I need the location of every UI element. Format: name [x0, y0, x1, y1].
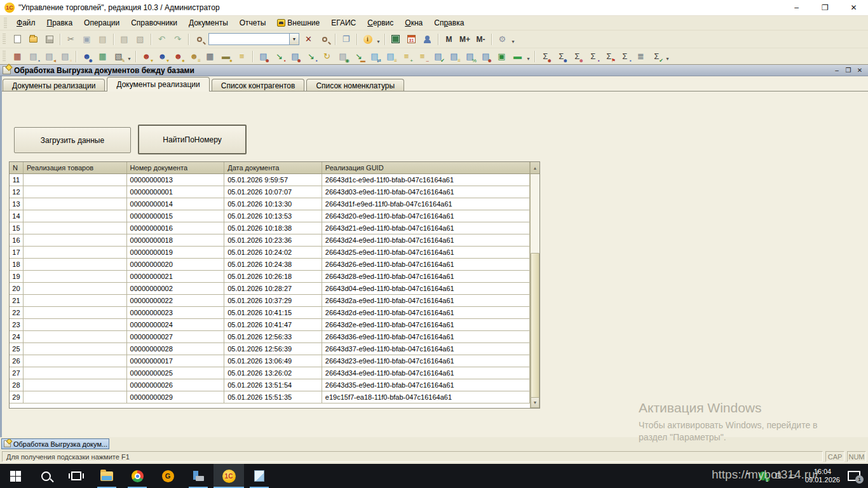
cash-register-icon[interactable]: ▧✎: [111, 50, 126, 64]
report-purchases-icon[interactable]: Σ☻: [554, 50, 569, 64]
child-restore-button[interactable]: ❐: [843, 66, 854, 75]
coins-stack-icon[interactable]: ≡: [234, 50, 249, 64]
buyer-order-icon[interactable]: ☻▾: [155, 50, 170, 64]
windows-icon[interactable]: ❐: [339, 32, 353, 46]
search-input[interactable]: [208, 33, 290, 45]
user-lock-icon[interactable]: [420, 32, 435, 46]
dropdown-arrow-icon[interactable]: ▼: [127, 57, 132, 61]
doc-manager-icon[interactable]: ▤☻: [478, 50, 493, 64]
taskbar-clock[interactable]: 16:04 09.01.2026: [805, 468, 840, 484]
table-row[interactable]: 280000000002605.01.2026 13:51:5426643d35…: [10, 379, 530, 391]
table-row[interactable]: 290000000002905.01.2026 15:51:35e19c15f7…: [10, 391, 530, 403]
report-universal-icon[interactable]: Σ✔: [649, 50, 664, 64]
doc-transfer-icon[interactable]: ▤⇄: [367, 50, 382, 64]
doc-search-icon[interactable]: ▤◉: [336, 50, 350, 64]
menu-внешние[interactable]: Внешние: [271, 17, 325, 29]
table-row[interactable]: 220000000002305.01.2026 10:41:1526643d2d…: [10, 307, 530, 319]
dropdown-arrow-icon[interactable]: ▼: [665, 57, 670, 61]
tab-3[interactable]: Список контрагентов: [212, 79, 305, 92]
bank-icon[interactable]: ▦: [203, 50, 217, 64]
child-minimize-button[interactable]: –: [831, 66, 843, 75]
table-row[interactable]: 260000000001705.01.2026 13:06:4926643d23…: [10, 355, 530, 367]
chrome-button[interactable]: [122, 464, 153, 488]
memory-mplus-icon[interactable]: M+: [458, 32, 472, 46]
notepad-button[interactable]: [244, 464, 275, 488]
structure-tree-icon[interactable]: ▣: [494, 50, 509, 64]
column-header[interactable]: Реализация GUID: [322, 162, 530, 173]
restore-button[interactable]: ❐: [811, 0, 839, 16]
open-folder-icon[interactable]: [26, 32, 41, 46]
doc-percent-icon[interactable]: ▤%: [463, 50, 477, 64]
find-icon[interactable]: [192, 32, 207, 46]
report-stock-icon[interactable]: Σ⚑: [602, 50, 616, 64]
menu-сервис[interactable]: Сервис: [362, 17, 399, 29]
table-row[interactable]: 110000000001305.01.2026 9:59:5726643d1c-…: [10, 174, 530, 186]
table-row[interactable]: 160000000001805.01.2026 10:23:3626643d24…: [10, 234, 530, 247]
report-planning-icon[interactable]: Σ▪: [586, 50, 600, 64]
menu-операции[interactable]: Операции: [78, 17, 125, 29]
debt-coins-icon[interactable]: ☻≡: [187, 50, 201, 64]
table-row[interactable]: 250000000002805.01.2026 12:56:3926643d37…: [10, 343, 530, 355]
copy-icon[interactable]: ▣: [79, 32, 94, 46]
table-row[interactable]: 240000000002705.01.2026 12:56:3326643d36…: [10, 331, 530, 343]
back-icon[interactable]: ↶: [154, 32, 169, 46]
report-contractors-icon[interactable]: Σ☻: [570, 50, 585, 64]
print-icon[interactable]: ▤: [117, 32, 132, 46]
clear-search-icon[interactable]: ✕: [301, 32, 316, 46]
memory-m-icon[interactable]: M: [442, 32, 456, 46]
remote-tool-button[interactable]: [183, 464, 214, 488]
price-table-icon[interactable]: ▦: [95, 50, 110, 64]
table-row[interactable]: 190000000002105.01.2026 10:26:1826643d28…: [10, 271, 530, 283]
table-row[interactable]: 150000000001605.01.2026 10:18:3826643d21…: [10, 222, 530, 234]
sales-return-icon[interactable]: ▤☻: [288, 50, 302, 64]
start-button[interactable]: [0, 464, 31, 488]
scrollbar-thumb[interactable]: [531, 253, 539, 398]
doc-revaluate-icon[interactable]: ▤≡: [383, 50, 398, 64]
file-explorer-button[interactable]: [92, 464, 122, 488]
child-window-taskbar-button[interactable]: Обработка Выгрузка докум...: [1, 438, 109, 449]
table-row[interactable]: 180000000002005.01.2026 10:24:3826643d26…: [10, 259, 530, 271]
table-row[interactable]: 210000000002205.01.2026 10:37:2926643d2a…: [10, 295, 530, 307]
label-printer-icon[interactable]: ▤▫: [58, 50, 72, 64]
cut-icon[interactable]: ✂: [64, 32, 78, 46]
save-icon[interactable]: [42, 32, 57, 46]
scroll-down-icon[interactable]: ▼: [531, 396, 539, 408]
report-sales-icon[interactable]: Σ☻: [538, 50, 553, 64]
buyer-icon[interactable]: ☻▾: [139, 50, 154, 64]
tray-network-icon[interactable]: ⊡: [775, 471, 782, 480]
tab-1[interactable]: Документы реализации: [3, 79, 105, 92]
menu-правка[interactable]: Правка: [41, 17, 79, 29]
menu-егаис[interactable]: ЕГАИС: [325, 17, 362, 29]
sales-invoice-icon[interactable]: ▤☻: [256, 50, 271, 64]
money-turnover-icon[interactable]: ↻: [320, 50, 334, 64]
find-next-icon[interactable]: [317, 32, 332, 46]
table-row[interactable]: 130000000001405.01.2026 10:13:3026643d1f…: [10, 198, 530, 210]
price-ruler-icon[interactable]: ▬●: [219, 50, 233, 64]
supplier-order-icon[interactable]: ☻●: [171, 50, 186, 64]
taskbar-search-button[interactable]: [31, 464, 61, 488]
print-preview-icon[interactable]: ▧: [133, 32, 147, 46]
table-row[interactable]: 120000000000105.01.2026 10:07:0726643d03…: [10, 186, 530, 198]
search-dropdown-icon[interactable]: ▼: [290, 33, 299, 45]
new-document-icon[interactable]: [10, 32, 25, 46]
contractors-icon[interactable]: ☻☻: [79, 50, 94, 64]
shipment-icon[interactable]: ↘▪: [304, 50, 318, 64]
settings-wrench-icon[interactable]: ⚙: [495, 32, 510, 46]
return-supplier-icon[interactable]: ↘▬: [351, 50, 366, 64]
menu-справочники[interactable]: Справочники: [125, 17, 183, 29]
forward-icon[interactable]: ↷: [170, 32, 185, 46]
column-header[interactable]: Дата документа: [224, 162, 322, 173]
coins-doc-icon[interactable]: ▤≡: [447, 50, 461, 64]
table-header-row[interactable]: NРеализация товаровНомер документаДата д…: [10, 162, 539, 174]
child-window-header[interactable]: Обработка Выгрузка документов бежду база…: [0, 65, 868, 76]
scrollbar-track[interactable]: [531, 174, 539, 396]
table-row[interactable]: 200000000000205.01.2026 10:28:2726643d04…: [10, 283, 530, 295]
find-by-number-button[interactable]: НайтиПоНомеру: [138, 125, 247, 154]
info-icon[interactable]: i: [360, 32, 375, 46]
browser-g-button[interactable]: G: [153, 464, 183, 488]
menu-документы[interactable]: Документы: [183, 17, 234, 29]
close-button[interactable]: ✕: [839, 0, 868, 16]
menu-справка[interactable]: Справка: [428, 17, 470, 29]
notification-center-icon[interactable]: 1: [848, 471, 860, 481]
scroll-up-icon[interactable]: ▲: [530, 162, 539, 173]
